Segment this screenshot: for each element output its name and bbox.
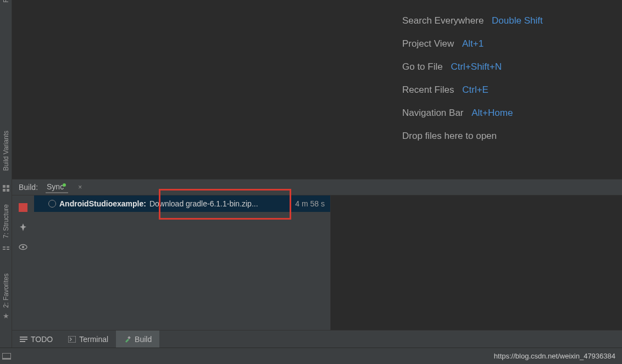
toolwindow-terminal[interactable]: Terminal [60, 331, 116, 348]
svg-rect-6 [7, 247, 9, 248]
spinner-icon [48, 200, 56, 208]
build-tree[interactable]: AndroidStudioexample: Download gradle-6.… [34, 195, 331, 330]
build-output[interactable] [331, 195, 622, 330]
svg-rect-11 [20, 339, 27, 340]
stop-build-button[interactable] [19, 203, 27, 212]
toolwindow-todo[interactable]: TODO [12, 331, 60, 348]
svg-rect-14 [127, 336, 131, 339]
svg-rect-4 [3, 247, 5, 248]
svg-rect-3 [7, 189, 9, 192]
shortcut-label: Drop files here to open [402, 131, 497, 141]
build-variants-icon[interactable] [2, 184, 10, 194]
status-bar: https://blog.csdn.net/weixin_47936384 [0, 348, 622, 364]
shortcut-key: Alt+Home [471, 108, 513, 118]
favorites-icon[interactable]: ★ [2, 312, 10, 320]
build-elapsed: 4 m 58 s [295, 199, 330, 208]
shortcut-label: Search Everywhere [402, 15, 484, 26]
structure-icon[interactable] [2, 245, 10, 254]
svg-rect-5 [3, 249, 5, 250]
pin-panel-button[interactable] [19, 223, 27, 232]
left-tool-gutter: R Build Variants 7: Structure 2: Favorit… [0, 0, 12, 348]
build-tab-label: Sync [47, 182, 64, 191]
svg-rect-7 [7, 249, 9, 250]
shortcut-go-to-file: Go to File Ctrl+Shift+N [402, 61, 543, 72]
sync-indicator-icon [63, 183, 66, 187]
bottom-toolwindow-bar: TODO Terminal Build [12, 330, 622, 348]
shortcut-key: Alt+1 [462, 38, 484, 49]
svg-rect-10 [20, 337, 27, 338]
gutter-label-r[interactable]: R [2, 0, 10, 3]
shortcut-project-view: Project View Alt+1 [402, 38, 543, 49]
build-tab-close[interactable]: × [78, 183, 82, 191]
build-project-name: AndroidStudioexample: [59, 199, 146, 208]
drop-files-hint: Drop files here to open [402, 131, 543, 142]
gutter-label-favorites[interactable]: 2: Favorites [2, 273, 10, 308]
shortcut-navigation-bar: Navigation Bar Alt+Home [402, 108, 543, 119]
editor-area: Search Everywhere Double Shift Project V… [12, 0, 622, 179]
shortcut-label: Project View [402, 38, 454, 49]
build-panel-header: Build: Sync × [12, 179, 622, 195]
statusbar-url: https://blog.csdn.net/weixin_47936384 [494, 352, 615, 360]
shortcut-label: Recent Files [402, 85, 454, 95]
build-icon [124, 335, 131, 343]
build-tab-sync[interactable]: Sync [46, 181, 68, 193]
svg-rect-2 [3, 189, 5, 192]
terminal-icon [68, 336, 76, 343]
welcome-shortcuts: Search Everywhere Double Shift Project V… [402, 15, 543, 142]
shortcut-key: Ctrl+Shift+N [451, 61, 502, 72]
build-panel-body: AndroidStudioexample: Download gradle-6.… [12, 195, 622, 330]
toolwindow-build[interactable]: Build [116, 331, 159, 348]
toolwindow-label: TODO [31, 335, 53, 344]
shortcut-search-everywhere: Search Everywhere Double Shift [402, 15, 543, 26]
build-tree-row[interactable]: AndroidStudioexample: Download gradle-6.… [34, 195, 330, 212]
svg-rect-0 [3, 185, 5, 188]
toolwindow-label: Build [135, 335, 152, 344]
todo-icon [20, 336, 27, 343]
shortcut-key: Double Shift [492, 15, 543, 26]
statusbar-toggle-icon[interactable] [2, 353, 11, 360]
gutter-label-build-variants[interactable]: Build Variants [2, 131, 10, 171]
toolwindow-label: Terminal [79, 335, 108, 344]
gutter-label-structure[interactable]: 7: Structure [2, 204, 10, 238]
build-title: Build: [19, 183, 38, 192]
toggle-view-button[interactable] [19, 243, 27, 251]
shortcut-label: Navigation Bar [402, 108, 464, 118]
shortcut-label: Go to File [402, 61, 443, 72]
build-task-text: Download gradle-6.1.1-bin.zip... [149, 199, 258, 208]
shortcut-recent-files: Recent Files Ctrl+E [402, 85, 543, 96]
shortcut-key: Ctrl+E [462, 85, 488, 95]
svg-point-9 [22, 246, 24, 248]
svg-rect-12 [20, 341, 25, 342]
svg-rect-13 [68, 336, 76, 343]
svg-rect-1 [7, 185, 9, 188]
build-controls [12, 195, 34, 330]
